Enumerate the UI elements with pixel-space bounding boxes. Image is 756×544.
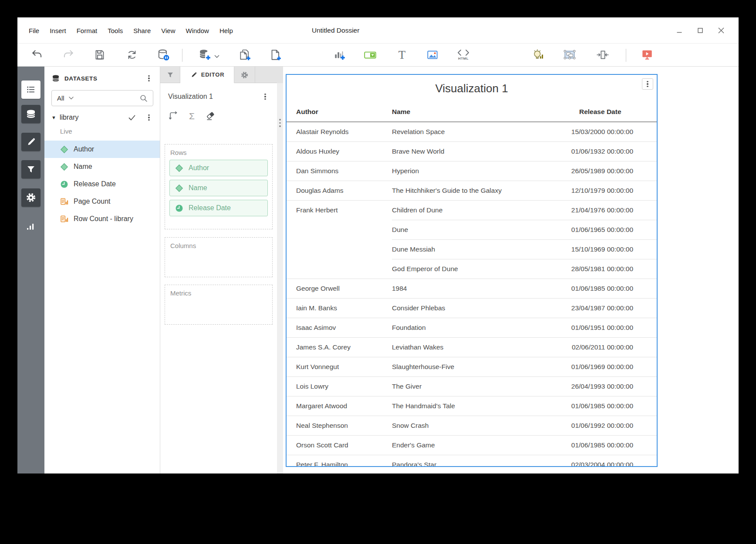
menu-tools[interactable]: Tools — [102, 27, 128, 34]
cell-name[interactable]: Foundation — [392, 318, 562, 337]
search-icon[interactable] — [140, 94, 148, 102]
cell-name[interactable]: The Hitchhiker's Guide to the Galaxy — [392, 181, 562, 200]
menu-format[interactable]: Format — [71, 27, 103, 34]
cell-name[interactable]: 1984 — [392, 279, 562, 298]
cell-author[interactable]: Margaret Atwood — [287, 396, 392, 416]
table-row[interactable]: Douglas AdamsThe Hitchhiker's Guide to t… — [287, 181, 657, 200]
cell-release-date[interactable]: 02/03/2004 00:00:00 — [562, 455, 657, 467]
layout-button[interactable] — [562, 47, 577, 63]
cell-release-date[interactable]: 26/04/1993 00:00:00 — [562, 376, 657, 396]
cell-name[interactable]: Brave New World — [392, 141, 562, 161]
table-row[interactable]: Margaret AtwoodThe Handmaid's Tale01/06/… — [287, 396, 657, 416]
eraser-icon[interactable] — [205, 111, 216, 121]
duplicate-page-button[interactable] — [237, 47, 253, 63]
table-row[interactable]: Dan SimmonsHyperion26/05/1989 00:00:00 — [287, 161, 657, 181]
dataset-field-name[interactable]: Name — [44, 158, 160, 175]
cell-author[interactable]: Kurt Vonnegut — [287, 357, 392, 376]
cell-name[interactable]: Dune — [392, 220, 562, 239]
sidebar-item-visualization-gallery[interactable] — [21, 217, 40, 235]
cell-name[interactable]: Hyperion — [392, 161, 562, 181]
minimize-button[interactable] — [673, 24, 685, 37]
rows-chip-release-date[interactable]: Release Date — [169, 200, 268, 216]
tab-filter[interactable] — [160, 67, 180, 83]
dataset-field-row-count-library[interactable]: Row Count - library — [44, 210, 160, 228]
cell-name[interactable]: The Handmaid's Tale — [392, 396, 562, 416]
table-row[interactable]: Kurt VonnegutSlaughterhouse-Five01/06/19… — [287, 357, 657, 376]
table-row[interactable]: Iain M. BanksConsider Phlebas23/04/1987 … — [287, 298, 657, 318]
dataset-field-release-date[interactable]: Release Date — [44, 175, 160, 193]
visualization-container[interactable]: Visualization 1 Author Name Release Date… — [286, 74, 658, 467]
cell-release-date[interactable]: 01/06/1965 00:00:00 — [562, 220, 657, 239]
search-filter-value[interactable]: All — [57, 94, 64, 102]
rows-chip-name[interactable]: Name — [169, 180, 268, 196]
close-button[interactable] — [715, 24, 727, 37]
column-header-name[interactable]: Name — [392, 102, 562, 122]
cell-author[interactable]: Douglas Adams — [287, 181, 392, 200]
cell-name[interactable]: Snow Crash — [392, 416, 562, 435]
collapse-caret-icon[interactable]: ▼ — [51, 115, 56, 120]
splitter-handle-icon[interactable] — [279, 119, 281, 127]
table-row[interactable]: Alastair ReynoldsRevelation Space15/03/2… — [287, 122, 657, 141]
tab-format[interactable] — [234, 67, 255, 83]
sidebar-item-settings[interactable] — [21, 188, 40, 207]
menu-window[interactable]: Window — [181, 27, 214, 34]
cell-name[interactable]: God Emperor of Dune — [392, 259, 562, 279]
save-button[interactable] — [92, 47, 108, 63]
cell-author[interactable]: James S.A. Corey — [287, 337, 392, 357]
cell-release-date[interactable]: 01/06/1992 00:00:00 — [562, 416, 657, 435]
fit-to-window-button[interactable] — [595, 47, 611, 63]
cell-release-date[interactable]: 01/06/1985 00:00:00 — [562, 435, 657, 455]
sidebar-item-filter[interactable] — [21, 160, 40, 178]
add-text-button[interactable]: T — [394, 47, 410, 63]
cell-author[interactable]: Lois Lowry — [287, 376, 392, 396]
cell-release-date[interactable]: 01/06/1969 00:00:00 — [562, 357, 657, 376]
cell-release-date[interactable]: 15/03/2000 00:00:00 — [562, 122, 657, 141]
cell-author[interactable]: Frank Herbert — [287, 200, 392, 279]
cell-author[interactable]: Alastair Reynolds — [287, 122, 392, 141]
cell-author[interactable]: Neal Stephenson — [287, 416, 392, 435]
sigma-totals-icon[interactable]: Σ — [189, 111, 195, 121]
refresh-button[interactable] — [124, 47, 140, 63]
insights-button[interactable] — [530, 47, 546, 63]
table-row[interactable]: Frank HerbertChildren of Dune21/04/1976 … — [287, 200, 657, 220]
cell-release-date[interactable]: 21/04/1976 00:00:00 — [562, 200, 657, 220]
maximize-button[interactable] — [694, 24, 706, 37]
dataset-name[interactable]: library — [60, 114, 128, 121]
cell-author[interactable]: George Orwell — [287, 279, 392, 298]
swap-axes-icon[interactable] — [168, 111, 179, 121]
add-selector-button[interactable] — [362, 47, 378, 63]
menu-file[interactable]: File — [24, 27, 44, 34]
panel-splitter[interactable] — [277, 67, 283, 473]
cell-release-date[interactable]: 01/06/1951 00:00:00 — [562, 318, 657, 337]
column-header-release-date[interactable]: Release Date — [562, 102, 657, 122]
present-button[interactable] — [639, 47, 655, 63]
table-row[interactable]: Lois LowryThe Giver26/04/1993 00:00:00 — [287, 376, 657, 396]
dataset-library-row[interactable]: ▼ library — [44, 110, 160, 125]
menu-view[interactable]: View — [156, 27, 180, 34]
rows-drop-zone[interactable]: Rows AuthorNameRelease Date — [165, 144, 273, 229]
cell-author[interactable]: Dan Simmons — [287, 161, 392, 181]
visualization-menu-button[interactable] — [642, 78, 653, 90]
cell-release-date[interactable]: 02/06/2011 00:00:00 — [562, 337, 657, 357]
cell-release-date[interactable]: 28/05/1981 00:00:00 — [562, 259, 657, 279]
menu-share[interactable]: Share — [128, 27, 156, 34]
column-header-author[interactable]: Author — [287, 102, 392, 122]
undo-button[interactable] — [29, 47, 45, 63]
metrics-drop-zone[interactable]: Metrics — [165, 285, 273, 325]
menu-insert[interactable]: Insert — [44, 27, 71, 34]
cell-name[interactable]: Ender's Game — [392, 435, 562, 455]
dataset-field-author[interactable]: Author — [44, 141, 160, 158]
table-row[interactable]: Orson Scott CardEnder's Game01/06/1985 0… — [287, 435, 657, 455]
add-data-dropdown[interactable] — [214, 52, 219, 60]
cell-author[interactable]: Orson Scott Card — [287, 435, 392, 455]
add-page-button[interactable] — [267, 47, 283, 63]
add-image-button[interactable] — [425, 47, 440, 63]
table-row[interactable]: Peter F. HamiltonPandora's Star02/03/200… — [287, 455, 657, 467]
add-visualization-button[interactable] — [332, 47, 348, 63]
cell-name[interactable]: Slaughterhouse-Five — [392, 357, 562, 376]
cell-release-date[interactable]: 01/06/1985 00:00:00 — [562, 279, 657, 298]
table-row[interactable]: Aldous HuxleyBrave New World01/06/1932 0… — [287, 141, 657, 161]
add-html-button[interactable]: HTML — [456, 47, 471, 63]
sidebar-item-edit[interactable] — [21, 133, 40, 151]
cell-name[interactable]: Revelation Space — [392, 122, 562, 141]
